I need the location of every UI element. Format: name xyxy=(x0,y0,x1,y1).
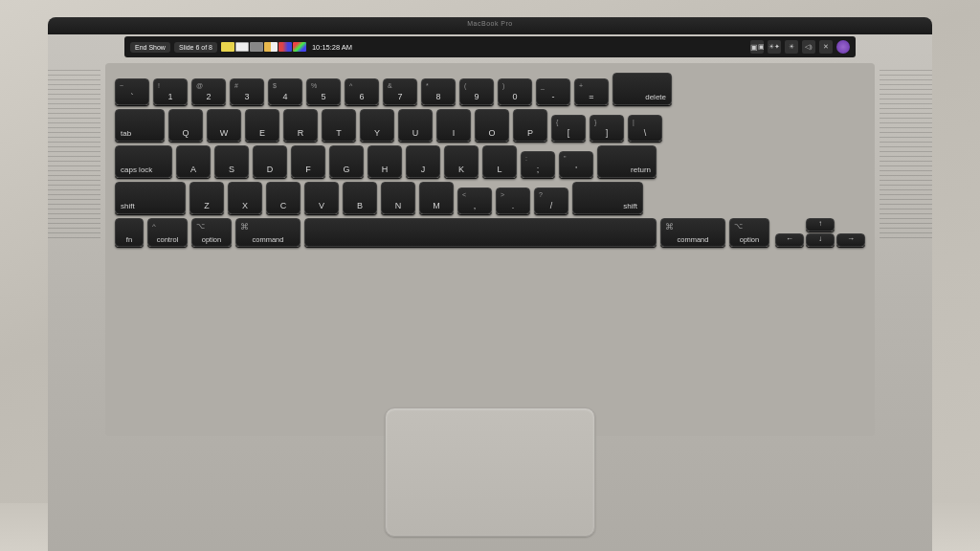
key-b[interactable]: B xyxy=(343,182,377,214)
key-v[interactable]: V xyxy=(304,182,339,214)
key-slash[interactable]: ?/ xyxy=(534,187,568,214)
tb-thumb-6[interactable] xyxy=(293,42,306,52)
speaker-right xyxy=(880,70,932,242)
tb-volume-icon[interactable]: ◁) xyxy=(802,40,815,54)
macbook-model-text: MacBook Pro xyxy=(467,20,513,27)
tb-thumb-4[interactable] xyxy=(264,42,278,52)
key-5[interactable]: %5 xyxy=(306,78,341,105)
key-arrow-up[interactable]: ↑ xyxy=(806,218,835,231)
key-row-qwerty: tab Q W E R T Y U I O P {[ }] |\ xyxy=(115,109,865,142)
key-x[interactable]: X xyxy=(228,182,262,214)
tb-slide-info: Slide 6 of 8 xyxy=(174,42,217,53)
key-n[interactable]: N xyxy=(381,182,415,214)
keyboard: ~` !1 @2 #3 $4 %5 ^6 &7 *8 (9 )0 _- += d… xyxy=(115,73,865,431)
key-0[interactable]: )0 xyxy=(498,78,532,105)
macbook-body: MacBook Pro End Show Slide 6 of 8 10:15:… xyxy=(48,17,932,551)
key-equals[interactable]: += xyxy=(574,78,609,105)
key-lbracket[interactable]: {[ xyxy=(551,115,586,142)
key-period[interactable]: >. xyxy=(496,187,530,214)
key-u[interactable]: U xyxy=(398,109,433,142)
key-row-zxcv: shift Z X C V B N M <, >. ?/ shift xyxy=(115,182,865,214)
key-tab[interactable]: tab xyxy=(115,109,165,142)
key-m[interactable]: M xyxy=(419,182,454,214)
key-row-modifiers: fn ^ control ⌥ option ⌘ command xyxy=(115,218,865,247)
scene: MacBook Pro End Show Slide 6 of 8 10:15:… xyxy=(0,0,980,551)
key-option-left[interactable]: ⌥ option xyxy=(191,218,232,247)
key-quote[interactable]: "' xyxy=(559,151,593,178)
key-2[interactable]: @2 xyxy=(191,78,226,105)
key-arrow-left[interactable]: ← xyxy=(775,233,804,247)
key-space[interactable] xyxy=(304,218,657,247)
key-p[interactable]: P xyxy=(513,109,547,142)
key-row-numbers: ~` !1 @2 #3 $4 %5 ^6 &7 *8 (9 )0 _- += d… xyxy=(115,73,865,105)
key-command-right[interactable]: ⌘ command xyxy=(660,218,725,247)
key-q[interactable]: Q xyxy=(168,109,203,142)
key-return[interactable]: return xyxy=(597,145,657,178)
tb-brightness-icon[interactable]: ✦ xyxy=(768,40,781,54)
key-3[interactable]: #3 xyxy=(230,78,264,105)
key-g[interactable]: G xyxy=(329,145,364,178)
key-rbracket[interactable]: }] xyxy=(590,115,624,142)
key-i[interactable]: I xyxy=(436,109,471,142)
tb-time: 10:15:28 AM xyxy=(312,43,352,52)
key-l[interactable]: L xyxy=(482,145,517,178)
key-comma[interactable]: <, xyxy=(457,187,492,214)
key-7[interactable]: &7 xyxy=(383,78,417,105)
key-d[interactable]: D xyxy=(253,145,287,178)
key-command-left[interactable]: ⌘ command xyxy=(235,218,301,247)
key-delete[interactable]: delete xyxy=(612,73,672,105)
key-row-asdf: caps lock A S D F G H J K L :; "' return xyxy=(115,145,865,178)
key-arrow-right[interactable]: → xyxy=(836,233,865,247)
top-bar: MacBook Pro xyxy=(48,17,932,34)
key-o[interactable]: O xyxy=(475,109,509,142)
tb-screen-icon[interactable]: ▣ xyxy=(750,40,764,54)
key-f[interactable]: F xyxy=(291,145,325,178)
key-h[interactable]: H xyxy=(368,145,402,178)
key-s[interactable]: S xyxy=(214,145,249,178)
tb-thumb-3[interactable] xyxy=(250,42,263,52)
key-fn[interactable]: fn xyxy=(115,218,144,247)
tb-slide-thumbnails xyxy=(221,42,306,52)
key-z[interactable]: Z xyxy=(189,182,224,214)
key-k[interactable]: K xyxy=(444,145,479,178)
keyboard-area: ~` !1 @2 #3 $4 %5 ^6 &7 *8 (9 )0 _- += d… xyxy=(105,63,875,436)
touch-bar[interactable]: End Show Slide 6 of 8 10:15:28 AM ▣ ✦ ☀ … xyxy=(124,36,856,57)
tb-thumb-5[interactable] xyxy=(278,42,292,52)
key-option-right[interactable]: ⌥ option xyxy=(729,218,769,247)
key-shift-left[interactable]: shift xyxy=(115,182,186,214)
key-4[interactable]: $4 xyxy=(268,78,302,105)
trackpad[interactable] xyxy=(385,408,595,537)
key-backslash[interactable]: |\ xyxy=(628,115,662,142)
key-backtick[interactable]: ~` xyxy=(115,78,149,105)
key-control[interactable]: ^ control xyxy=(147,218,188,247)
key-j[interactable]: J xyxy=(406,145,440,178)
key-1[interactable]: !1 xyxy=(153,78,188,105)
tb-keyboard-backlight-icon[interactable]: ☀ xyxy=(785,40,798,54)
tb-end-show-button[interactable]: End Show xyxy=(130,42,170,53)
key-t[interactable]: T xyxy=(322,109,356,142)
key-shift-right[interactable]: shift xyxy=(572,182,643,214)
tb-thumb-1[interactable] xyxy=(221,42,234,52)
key-arrow-down[interactable]: ↓ xyxy=(806,233,835,247)
key-y[interactable]: Y xyxy=(360,109,394,142)
key-capslock[interactable]: caps lock xyxy=(115,145,172,178)
tb-siri-icon[interactable] xyxy=(836,40,850,54)
key-9[interactable]: (9 xyxy=(459,78,494,105)
key-8[interactable]: *8 xyxy=(421,78,456,105)
tb-thumb-2[interactable] xyxy=(235,42,249,52)
key-w[interactable]: W xyxy=(207,109,241,142)
key-semicolon[interactable]: :; xyxy=(521,151,555,178)
key-a[interactable]: A xyxy=(176,145,211,178)
key-c[interactable]: C xyxy=(266,182,301,214)
key-r[interactable]: R xyxy=(283,109,318,142)
tb-mute-icon[interactable]: ✕ xyxy=(819,40,833,54)
speaker-left xyxy=(48,70,100,242)
key-6[interactable]: ^6 xyxy=(345,78,379,105)
key-e[interactable]: E xyxy=(245,109,279,142)
key-minus[interactable]: _- xyxy=(536,78,570,105)
